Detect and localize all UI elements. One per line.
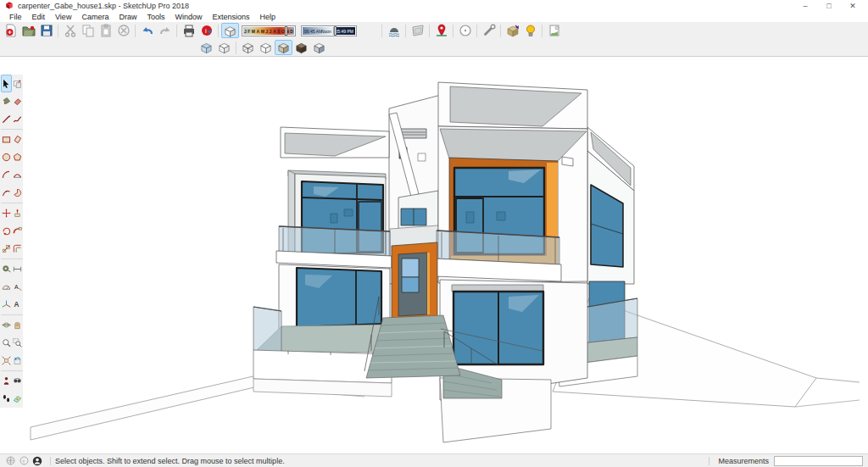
- previous-tool[interactable]: [12, 352, 23, 370]
- status-bar: i Select objects. Shift to extend select…: [0, 453, 868, 467]
- polygon-tool[interactable]: [12, 148, 23, 166]
- follow-me-tool[interactable]: [12, 222, 23, 240]
- preferences-icon[interactable]: [480, 23, 498, 38]
- entrance: [392, 242, 437, 320]
- push-pull-tool[interactable]: [12, 204, 23, 222]
- shadow-time-slider[interactable]: 06:45 AM Noon 05:49 PM: [301, 25, 357, 36]
- cut-icon[interactable]: [61, 23, 79, 38]
- add-location-icon[interactable]: [432, 23, 450, 38]
- time-slider-handle[interactable]: [334, 26, 337, 36]
- position-camera-tool[interactable]: [1, 372, 12, 390]
- menu-camera[interactable]: Camera: [76, 13, 114, 21]
- axes-tool[interactable]: [1, 296, 12, 314]
- measurements-input[interactable]: [774, 456, 863, 466]
- redo-icon[interactable]: [156, 23, 174, 38]
- back-edges-icon[interactable]: [215, 40, 233, 55]
- arc-tool[interactable]: [1, 166, 12, 184]
- eraser-tool[interactable]: [12, 92, 23, 110]
- time-end-label: 05:49 PM: [336, 28, 353, 36]
- paint-bucket-tool[interactable]: [1, 92, 12, 110]
- date-slider-handle[interactable]: [285, 26, 287, 36]
- look-around-tool[interactable]: [12, 372, 23, 390]
- zoom-tool[interactable]: [1, 334, 12, 352]
- shadow-date-slider[interactable]: JFMAMJJASOND: [242, 25, 296, 36]
- menu-file[interactable]: File: [4, 13, 27, 21]
- extension-warehouse-icon[interactable]: [521, 23, 539, 38]
- shadows-toggle-icon[interactable]: [221, 23, 239, 38]
- send-to-layout-icon[interactable]: [545, 23, 563, 38]
- freehand-tool[interactable]: [12, 110, 23, 128]
- hidden-line-icon[interactable]: [257, 40, 275, 55]
- maximize-button[interactable]: □: [817, 0, 841, 12]
- sign-in-icon[interactable]: [32, 456, 42, 466]
- status-hint: Select objects. Shift to extend select. …: [55, 457, 285, 465]
- paste-icon[interactable]: [97, 23, 114, 38]
- dimension-tool[interactable]: [12, 260, 23, 278]
- rotate-tool[interactable]: [1, 222, 12, 240]
- save-icon[interactable]: [37, 23, 55, 38]
- section-plane-tool[interactable]: [12, 390, 23, 408]
- title-bar: carpenter_Gabe_house1.skp - SketchUp Pro…: [0, 0, 868, 12]
- print-icon[interactable]: [180, 23, 198, 38]
- move-tool[interactable]: [1, 204, 12, 222]
- zoom-extents-tool[interactable]: [1, 352, 12, 370]
- 2-point-arc-tool[interactable]: [12, 166, 23, 184]
- close-button[interactable]: ✕: [841, 0, 865, 12]
- x-ray-icon[interactable]: [198, 40, 215, 55]
- orbit-tool[interactable]: [1, 316, 12, 334]
- scale-tool[interactable]: [1, 240, 12, 258]
- menu-draw[interactable]: Draw: [114, 13, 142, 21]
- zoom-window-tool[interactable]: [12, 334, 23, 352]
- menu-tools[interactable]: Tools: [142, 13, 170, 21]
- copy-icon[interactable]: [79, 23, 97, 38]
- offset-tool[interactable]: [12, 240, 23, 258]
- left-unit: [253, 127, 392, 397]
- pie-tool[interactable]: [12, 184, 23, 202]
- geolocation-icon[interactable]: [5, 456, 15, 466]
- match-photo-icon[interactable]: [409, 23, 426, 38]
- walk-tool[interactable]: [1, 390, 12, 408]
- model-viewport[interactable]: [0, 57, 868, 453]
- tape-measure-tool[interactable]: [1, 260, 12, 278]
- menu-window[interactable]: Window: [170, 13, 207, 21]
- menu-view[interactable]: View: [50, 13, 76, 21]
- wireframe-icon[interactable]: [239, 40, 257, 55]
- protractor-tool[interactable]: [1, 278, 12, 296]
- large-tool-set: A A: [0, 75, 23, 408]
- look-around-icon[interactable]: [456, 23, 474, 38]
- minimize-button[interactable]: –: [793, 0, 817, 12]
- menu-edit[interactable]: Edit: [27, 13, 51, 21]
- text-tool[interactable]: A: [12, 278, 23, 296]
- undo-icon[interactable]: [138, 23, 156, 38]
- time-gradient: 06:45 AM Noon 05:49 PM: [303, 27, 355, 35]
- toolbar-styles: [0, 39, 868, 57]
- make-component-tool[interactable]: [12, 75, 23, 92]
- rotated-rectangle-tool[interactable]: [12, 131, 23, 148]
- pan-tool[interactable]: [12, 316, 23, 334]
- menu-bar: File Edit View Camera Draw Tools Window …: [0, 12, 868, 22]
- model-canvas[interactable]: [0, 57, 868, 453]
- 3-point-arc-tool[interactable]: [1, 184, 12, 202]
- model-info-icon[interactable]: i: [198, 23, 215, 38]
- erase-icon[interactable]: [114, 23, 132, 38]
- 3d-text-tool[interactable]: A: [12, 296, 23, 314]
- open-icon[interactable]: [19, 23, 37, 38]
- shaded-icon[interactable]: [275, 40, 292, 55]
- get-models-icon[interactable]: [504, 23, 521, 38]
- rectangle-tool[interactable]: [1, 131, 12, 148]
- menu-help[interactable]: Help: [254, 13, 281, 21]
- svg-text:A: A: [14, 284, 19, 290]
- select-tool[interactable]: [1, 75, 12, 92]
- credits-icon[interactable]: i: [19, 456, 29, 466]
- circle-tool[interactable]: [1, 148, 12, 166]
- menu-extensions[interactable]: Extensions: [207, 13, 254, 21]
- svg-text:i: i: [205, 27, 207, 35]
- time-noon-label: Noon: [321, 28, 331, 36]
- fog-icon[interactable]: [385, 23, 403, 38]
- svg-text:i: i: [23, 458, 24, 464]
- shaded-with-textures-icon[interactable]: [292, 40, 310, 55]
- monochrome-icon[interactable]: [310, 40, 328, 55]
- line-tool[interactable]: [1, 110, 12, 128]
- app-logo-icon: [5, 1, 14, 11]
- new-icon[interactable]: [2, 23, 19, 38]
